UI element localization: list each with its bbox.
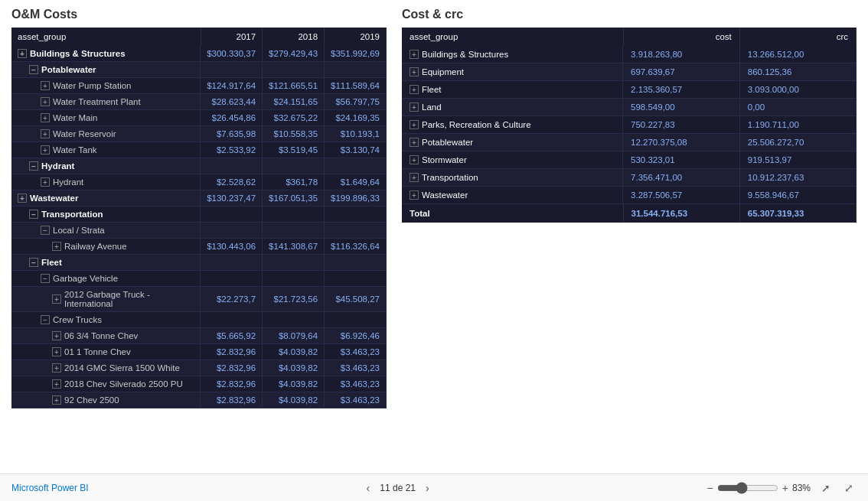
expand-icon[interactable]: + — [52, 347, 61, 356]
row-value: $10.558,35 — [263, 126, 325, 142]
row-cost: 3.918.263,80 — [623, 46, 739, 63]
expand-icon[interactable]: + — [410, 155, 419, 164]
expand-icon[interactable]: + — [410, 102, 419, 112]
row-label: +Potablewater — [402, 134, 623, 151]
table-row: +Water Pump Station$124.917,64$121.665,5… — [11, 78, 387, 94]
collapse-icon[interactable]: − — [29, 258, 38, 267]
col-2017: 2017 — [201, 28, 262, 46]
row-value — [325, 62, 387, 78]
expand-icon[interactable]: + — [52, 331, 61, 340]
expand-icon[interactable]: + — [52, 395, 61, 405]
row-label: −Hydrant — [11, 158, 201, 174]
row-label-text: Parks, Recreation & Culture — [422, 120, 531, 129]
fullscreen-button[interactable]: ⤢ — [841, 480, 857, 496]
collapse-icon[interactable]: − — [41, 315, 50, 324]
expand-icon[interactable]: + — [41, 129, 50, 138]
row-value: $3.463,23 — [325, 392, 387, 408]
expand-icon[interactable]: + — [52, 379, 61, 389]
row-value: $6.926,46 — [325, 328, 387, 344]
row-label: +92 Chev 2500 — [11, 392, 201, 408]
zoom-in-button[interactable]: + — [782, 482, 788, 494]
expand-icon[interactable]: + — [410, 85, 419, 94]
zoom-control: − + 83% — [707, 482, 811, 494]
expand-icon[interactable]: + — [410, 67, 419, 76]
row-cost: 750.227,83 — [623, 116, 739, 134]
table-row: −Crew Trucks — [11, 312, 387, 328]
expand-icon[interactable]: + — [52, 363, 61, 372]
row-label-text: Potablewater — [41, 65, 96, 74]
table-row: −Local / Strata — [11, 223, 387, 239]
expand-icon[interactable]: + — [410, 190, 419, 200]
row-label: +Land — [402, 99, 623, 115]
row-value: $300.330,37 — [201, 46, 262, 62]
expand-icon[interactable]: + — [18, 194, 27, 203]
table-row: +Wastewater$130.237,47$167.051,35$199.89… — [11, 190, 387, 207]
expand-icon[interactable]: + — [52, 294, 61, 304]
table-row: +Railway Avenue$130.443,06$141.308,67$11… — [11, 239, 387, 255]
row-label-text: Hydrant — [53, 177, 83, 187]
collapse-icon[interactable]: − — [29, 161, 38, 171]
row-value: $24.169,35 — [325, 110, 387, 126]
row-value: $21.723,56 — [263, 287, 325, 312]
row-label: +Fleet — [402, 81, 623, 98]
row-value: $361,78 — [263, 174, 325, 190]
row-label: +Wastewater — [402, 187, 623, 203]
table-row: +Water Tank$2.533,92$3.519,45$3.130,74 — [11, 142, 387, 158]
table-row: +Land598.549,000,00 — [402, 99, 857, 116]
row-crc: 1.190.711,00 — [739, 116, 856, 134]
zoom-out-button[interactable]: − — [707, 482, 713, 494]
row-value: $3.130,74 — [325, 142, 387, 158]
expand-icon[interactable]: + — [410, 138, 419, 147]
row-label-text: Stormwater — [422, 155, 467, 164]
expand-icon[interactable]: + — [41, 97, 50, 106]
table-row: +Water Reservoir$7.635,98$10.558,35$10.1… — [11, 126, 387, 142]
table-row: +01 1 Tonne Chev$2.832,96$4.039,82$3.463… — [11, 344, 387, 360]
prev-page-button[interactable]: ‹ — [363, 480, 374, 496]
row-value — [263, 271, 325, 287]
row-label: −Local / Strata — [11, 223, 201, 238]
table-row: +Stormwater530.323,01919.513,97 — [402, 151, 857, 169]
row-value — [263, 62, 325, 78]
expand-icon[interactable]: + — [410, 50, 419, 59]
next-page-button[interactable]: › — [422, 480, 433, 496]
row-label-text: Garbage Vehicle — [53, 274, 118, 283]
collapse-icon[interactable]: − — [41, 226, 50, 235]
zoom-slider[interactable] — [717, 482, 778, 494]
export-button[interactable]: ➚ — [818, 480, 834, 496]
row-label-text: 2018 Chev Silverado 2500 PU — [64, 379, 183, 389]
left-panel: O&M Costs asset_group 2017 2018 2019 +Bu… — [11, 8, 387, 466]
row-value: $2.832,96 — [201, 392, 262, 408]
powerbi-link[interactable]: Microsoft Power BI — [11, 483, 89, 493]
expand-icon[interactable]: + — [410, 173, 419, 182]
right-panel-title: Cost & crc — [402, 8, 857, 21]
row-value: $32.675,22 — [263, 110, 325, 126]
table-row: +Parks, Recreation & Culture750.227,831.… — [402, 116, 857, 134]
row-label-text: 01 1 Tonne Chev — [64, 347, 131, 356]
expand-icon[interactable]: + — [18, 49, 27, 58]
table-row: +Hydrant$2.528,62$361,78$1.649,64 — [11, 174, 387, 190]
row-value: $4.039,82 — [263, 376, 325, 392]
expand-icon[interactable]: + — [41, 113, 50, 122]
row-value: $4.039,82 — [263, 392, 325, 408]
collapse-icon[interactable]: − — [29, 210, 38, 219]
rcol-cost: cost — [623, 28, 739, 46]
row-cost: 530.323,01 — [623, 151, 739, 169]
collapse-icon[interactable]: − — [29, 65, 38, 74]
expand-icon[interactable]: + — [52, 242, 61, 251]
row-label-text: Fleet — [422, 85, 442, 94]
row-label-text: Transportation — [422, 173, 478, 182]
row-value — [263, 207, 325, 223]
row-label-text: 06 3/4 Tonne Chev — [64, 331, 138, 340]
col-asset-group: asset_group — [11, 28, 201, 46]
row-label: −Crew Trucks — [11, 312, 201, 327]
expand-icon[interactable]: + — [41, 81, 50, 90]
collapse-icon[interactable]: − — [41, 274, 50, 283]
row-value: $167.051,35 — [263, 190, 325, 207]
expand-icon[interactable]: + — [410, 120, 419, 129]
expand-icon[interactable]: + — [41, 145, 50, 155]
row-label: +Buildings & Structures — [402, 46, 623, 63]
row-label: +Water Pump Station — [11, 78, 201, 93]
row-crc: 13.266.512,00 — [739, 46, 856, 63]
expand-icon[interactable]: + — [41, 177, 50, 187]
row-label-text: Water Pump Station — [53, 81, 131, 90]
